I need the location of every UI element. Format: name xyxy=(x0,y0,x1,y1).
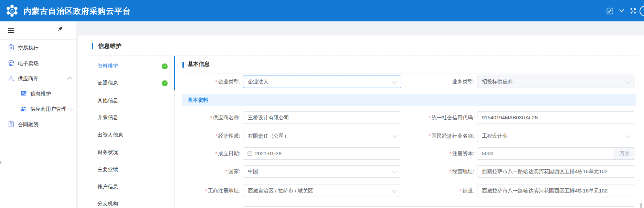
chevron-down-icon xyxy=(70,106,74,111)
economic-nature-select[interactable]: 有限责任（公司） xyxy=(243,130,401,142)
pin-icon[interactable] xyxy=(56,26,64,33)
industry-name-select[interactable]: 工程设计业 xyxy=(477,130,635,142)
users-icon xyxy=(20,105,28,112)
fullscreen-icon[interactable] xyxy=(629,7,637,15)
registered-address-select[interactable]: 西藏自治区 / 拉萨市 / 城关区 xyxy=(243,185,401,197)
sidebar-item-supplier-user-mgmt[interactable]: 供应商用户管理 xyxy=(0,105,76,113)
tab-investor-info[interactable]: 出资人信息 xyxy=(97,132,123,139)
sidebar-item-info-maintenance[interactable]: 信息维护 xyxy=(0,90,76,98)
tab-branch-offices[interactable]: 分支机构 xyxy=(97,200,118,208)
tab-license-info[interactable]: 证照信息 xyxy=(97,80,118,87)
sidebar-item-trade-execution[interactable]: 交易执行 xyxy=(0,44,76,52)
person-icon xyxy=(8,75,15,82)
enterprise-type-label: *企业类型: xyxy=(182,76,240,88)
next-field-input[interactable] xyxy=(243,206,635,208)
street-label: *街道: xyxy=(415,185,474,197)
established-date-input[interactable]: 2021-01-28 xyxy=(243,147,401,160)
svg-text:G: G xyxy=(10,8,14,13)
hamburger-icon[interactable] xyxy=(8,28,14,33)
sidebar-collapse-handle[interactable] xyxy=(0,161,2,164)
established-date-label: *成立日期: xyxy=(182,147,240,160)
industry-name-label: *国民经济行业名称: xyxy=(415,130,474,142)
chevron-down-icon xyxy=(626,79,631,84)
page-title-accent-bar xyxy=(92,43,93,49)
tab-other-info[interactable]: 其他信息 xyxy=(97,97,118,105)
divider xyxy=(86,55,638,56)
sidebar-item-e-marketplace[interactable]: 电子卖场 xyxy=(0,59,76,68)
chevron-down-icon xyxy=(392,169,397,174)
check-circle-icon: ✓ xyxy=(162,63,168,69)
business-type-select[interactable]: 招投标供应商 xyxy=(477,76,635,88)
sidebar-item-label: 供应商用户管理 xyxy=(30,106,66,112)
app-title: 内蒙古自治区政府采购云平台 xyxy=(23,6,131,17)
enterprise-type-select[interactable]: 企业法人 xyxy=(243,76,401,88)
clipboard-yuan-icon xyxy=(8,44,15,51)
business-address-input[interactable]: 西藏拉萨市八一路哈达滨河花园西区五排4栋16单元102 xyxy=(477,165,635,178)
tab-financial-status[interactable]: 财务状况 xyxy=(97,149,118,157)
chevron-down-icon xyxy=(392,188,397,193)
unit-addon: 万元 xyxy=(614,148,635,159)
section-accent-bar xyxy=(182,62,184,68)
sidebar-item-supplier-library[interactable]: 供应商库 xyxy=(0,75,76,83)
sidebar-item-label: 电子卖场 xyxy=(18,60,39,67)
sidebar-item-label: 供应商库 xyxy=(18,76,39,82)
chevron-down-icon xyxy=(392,79,397,84)
chevron-down-icon xyxy=(392,133,397,138)
business-type-label: 业务类型: xyxy=(415,76,474,88)
registered-address-label: *工商注册地址: xyxy=(182,185,240,197)
business-address-label: *经营地址: xyxy=(415,165,474,178)
form-scrollbar-thumb[interactable] xyxy=(640,203,642,208)
avatar[interactable] xyxy=(640,6,644,16)
content-card: 信息维护 资料维护 证照信息 其他信息 开票信息 出资人信息 财务状况 主要业绩… xyxy=(78,36,644,208)
sidebar-header xyxy=(0,21,76,40)
tab-major-performance[interactable]: 主要业绩 xyxy=(97,166,118,174)
sidebar: 交易执行 电子卖场 供应商库 xyxy=(0,21,77,208)
sidebar-item-label: 信息维护 xyxy=(30,91,51,97)
page-title: 信息维护 xyxy=(98,42,122,50)
doc-search-icon xyxy=(20,90,28,97)
section-title: 基本信息 xyxy=(188,61,210,68)
check-circle-icon: ✓ xyxy=(162,80,168,86)
resize-icon[interactable] xyxy=(606,7,614,15)
tab-account-info[interactable]: 账户信息 xyxy=(97,184,118,191)
calendar-icon xyxy=(247,151,253,156)
tab-scrollbar-thumb[interactable] xyxy=(174,56,175,90)
divider xyxy=(182,73,635,73)
supplier-name-input[interactable]: 三桥设计有限公司 xyxy=(243,111,401,124)
country-select[interactable]: 中国 xyxy=(243,165,401,178)
supplier-name-label: *供应商名称: xyxy=(182,111,240,124)
tab-profile-maintenance[interactable]: 资料维护 xyxy=(97,63,118,70)
clipboard-yuan-icon xyxy=(8,120,15,128)
country-label: *国家: xyxy=(182,165,240,178)
economic-nature-label: *经济性质: xyxy=(182,130,240,142)
tab-invoice-info[interactable]: 开票信息 xyxy=(97,114,118,122)
chevron-up-icon xyxy=(67,77,72,82)
app-header: G 内蒙古自治区政府采购云平台 xyxy=(0,0,644,21)
subsection-banner: 基本资料 xyxy=(182,94,636,106)
storefront-icon xyxy=(8,59,15,67)
sidebar-item-contract-financing[interactable]: 合同融资 xyxy=(0,120,76,129)
registered-capital-label: *注册资本: xyxy=(415,147,474,160)
credit-code-label: *统一社会信用代码: xyxy=(415,111,474,124)
sidebar-item-label: 交易执行 xyxy=(18,45,39,51)
chevron-down-icon[interactable] xyxy=(618,8,626,17)
credit-code-input[interactable]: 91540194MAB03RAL2N xyxy=(477,111,635,124)
sidebar-item-label: 合同融资 xyxy=(18,121,39,128)
street-input[interactable]: 西藏拉萨市八一路哈达滨河花园西区五排4栋16单元102 xyxy=(477,185,635,197)
app-logo-icon: G xyxy=(6,4,19,17)
registered-capital-input[interactable]: 5000 万元 xyxy=(477,147,635,160)
chevron-down-icon xyxy=(626,133,631,138)
